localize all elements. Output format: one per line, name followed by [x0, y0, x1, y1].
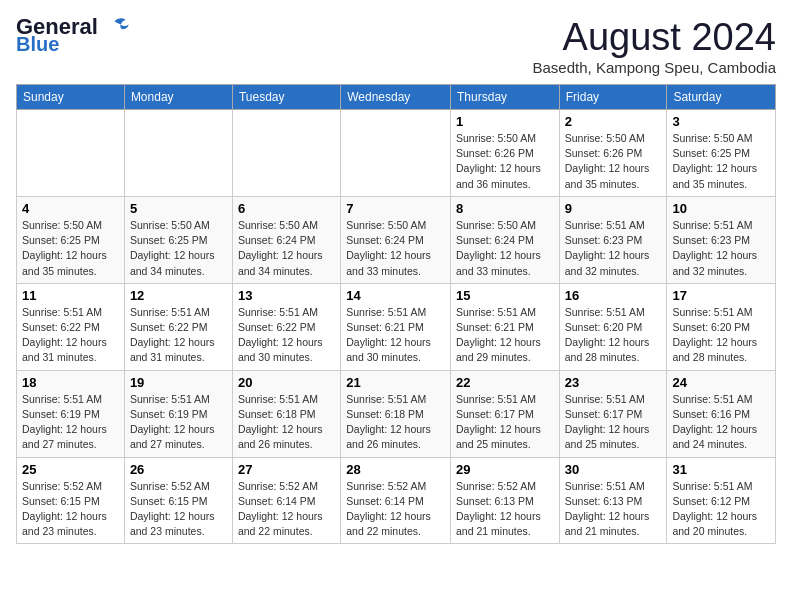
day-number: 27 [238, 462, 335, 477]
day-info: Sunrise: 5:52 AM Sunset: 6:15 PM Dayligh… [130, 479, 227, 540]
weekday-wednesday: Wednesday [341, 85, 451, 110]
weekday-header-row: SundayMondayTuesdayWednesdayThursdayFrid… [17, 85, 776, 110]
week-row-3: 11Sunrise: 5:51 AM Sunset: 6:22 PM Dayli… [17, 283, 776, 370]
calendar-cell: 12Sunrise: 5:51 AM Sunset: 6:22 PM Dayli… [124, 283, 232, 370]
calendar-cell: 28Sunrise: 5:52 AM Sunset: 6:14 PM Dayli… [341, 457, 451, 544]
day-number: 29 [456, 462, 554, 477]
calendar-cell: 18Sunrise: 5:51 AM Sunset: 6:19 PM Dayli… [17, 370, 125, 457]
calendar-cell: 7Sunrise: 5:50 AM Sunset: 6:24 PM Daylig… [341, 196, 451, 283]
day-number: 24 [672, 375, 770, 390]
day-info: Sunrise: 5:51 AM Sunset: 6:21 PM Dayligh… [346, 305, 445, 366]
day-number: 9 [565, 201, 662, 216]
calendar-cell: 23Sunrise: 5:51 AM Sunset: 6:17 PM Dayli… [559, 370, 667, 457]
calendar-cell: 17Sunrise: 5:51 AM Sunset: 6:20 PM Dayli… [667, 283, 776, 370]
calendar-cell: 22Sunrise: 5:51 AM Sunset: 6:17 PM Dayli… [451, 370, 560, 457]
calendar-cell: 5Sunrise: 5:50 AM Sunset: 6:25 PM Daylig… [124, 196, 232, 283]
day-info: Sunrise: 5:52 AM Sunset: 6:15 PM Dayligh… [22, 479, 119, 540]
day-info: Sunrise: 5:50 AM Sunset: 6:26 PM Dayligh… [456, 131, 554, 192]
day-number: 7 [346, 201, 445, 216]
week-row-5: 25Sunrise: 5:52 AM Sunset: 6:15 PM Dayli… [17, 457, 776, 544]
week-row-1: 1Sunrise: 5:50 AM Sunset: 6:26 PM Daylig… [17, 110, 776, 197]
day-info: Sunrise: 5:50 AM Sunset: 6:24 PM Dayligh… [456, 218, 554, 279]
day-number: 19 [130, 375, 227, 390]
day-number: 6 [238, 201, 335, 216]
day-info: Sunrise: 5:51 AM Sunset: 6:23 PM Dayligh… [565, 218, 662, 279]
day-number: 20 [238, 375, 335, 390]
day-info: Sunrise: 5:51 AM Sunset: 6:20 PM Dayligh… [672, 305, 770, 366]
day-info: Sunrise: 5:50 AM Sunset: 6:24 PM Dayligh… [238, 218, 335, 279]
day-info: Sunrise: 5:51 AM Sunset: 6:21 PM Dayligh… [456, 305, 554, 366]
calendar-cell: 10Sunrise: 5:51 AM Sunset: 6:23 PM Dayli… [667, 196, 776, 283]
day-info: Sunrise: 5:51 AM Sunset: 6:13 PM Dayligh… [565, 479, 662, 540]
calendar-cell: 24Sunrise: 5:51 AM Sunset: 6:16 PM Dayli… [667, 370, 776, 457]
weekday-friday: Friday [559, 85, 667, 110]
weekday-tuesday: Tuesday [232, 85, 340, 110]
calendar-cell [17, 110, 125, 197]
day-info: Sunrise: 5:51 AM Sunset: 6:22 PM Dayligh… [130, 305, 227, 366]
week-row-4: 18Sunrise: 5:51 AM Sunset: 6:19 PM Dayli… [17, 370, 776, 457]
calendar-cell: 2Sunrise: 5:50 AM Sunset: 6:26 PM Daylig… [559, 110, 667, 197]
day-info: Sunrise: 5:50 AM Sunset: 6:25 PM Dayligh… [130, 218, 227, 279]
day-info: Sunrise: 5:51 AM Sunset: 6:22 PM Dayligh… [238, 305, 335, 366]
day-info: Sunrise: 5:51 AM Sunset: 6:12 PM Dayligh… [672, 479, 770, 540]
day-number: 15 [456, 288, 554, 303]
day-info: Sunrise: 5:51 AM Sunset: 6:17 PM Dayligh… [456, 392, 554, 453]
calendar-cell [341, 110, 451, 197]
day-info: Sunrise: 5:51 AM Sunset: 6:18 PM Dayligh… [238, 392, 335, 453]
day-number: 21 [346, 375, 445, 390]
day-info: Sunrise: 5:51 AM Sunset: 6:18 PM Dayligh… [346, 392, 445, 453]
calendar-cell: 29Sunrise: 5:52 AM Sunset: 6:13 PM Dayli… [451, 457, 560, 544]
day-number: 17 [672, 288, 770, 303]
calendar-cell: 3Sunrise: 5:50 AM Sunset: 6:25 PM Daylig… [667, 110, 776, 197]
calendar-cell: 8Sunrise: 5:50 AM Sunset: 6:24 PM Daylig… [451, 196, 560, 283]
day-info: Sunrise: 5:51 AM Sunset: 6:23 PM Dayligh… [672, 218, 770, 279]
weekday-saturday: Saturday [667, 85, 776, 110]
calendar-cell: 1Sunrise: 5:50 AM Sunset: 6:26 PM Daylig… [451, 110, 560, 197]
day-number: 3 [672, 114, 770, 129]
day-number: 11 [22, 288, 119, 303]
day-info: Sunrise: 5:51 AM Sunset: 6:19 PM Dayligh… [22, 392, 119, 453]
calendar-table: SundayMondayTuesdayWednesdayThursdayFrid… [16, 84, 776, 544]
day-number: 4 [22, 201, 119, 216]
day-info: Sunrise: 5:51 AM Sunset: 6:20 PM Dayligh… [565, 305, 662, 366]
calendar-cell: 27Sunrise: 5:52 AM Sunset: 6:14 PM Dayli… [232, 457, 340, 544]
day-info: Sunrise: 5:50 AM Sunset: 6:26 PM Dayligh… [565, 131, 662, 192]
day-number: 26 [130, 462, 227, 477]
day-info: Sunrise: 5:51 AM Sunset: 6:22 PM Dayligh… [22, 305, 119, 366]
day-info: Sunrise: 5:50 AM Sunset: 6:24 PM Dayligh… [346, 218, 445, 279]
day-number: 16 [565, 288, 662, 303]
day-number: 1 [456, 114, 554, 129]
day-number: 14 [346, 288, 445, 303]
day-number: 30 [565, 462, 662, 477]
day-info: Sunrise: 5:51 AM Sunset: 6:19 PM Dayligh… [130, 392, 227, 453]
week-row-2: 4Sunrise: 5:50 AM Sunset: 6:25 PM Daylig… [17, 196, 776, 283]
calendar-cell: 9Sunrise: 5:51 AM Sunset: 6:23 PM Daylig… [559, 196, 667, 283]
calendar-cell [232, 110, 340, 197]
calendar-cell: 13Sunrise: 5:51 AM Sunset: 6:22 PM Dayli… [232, 283, 340, 370]
day-number: 2 [565, 114, 662, 129]
calendar-cell: 15Sunrise: 5:51 AM Sunset: 6:21 PM Dayli… [451, 283, 560, 370]
location-subtitle: Basedth, Kampong Speu, Cambodia [533, 59, 777, 76]
day-number: 18 [22, 375, 119, 390]
calendar-cell: 6Sunrise: 5:50 AM Sunset: 6:24 PM Daylig… [232, 196, 340, 283]
day-info: Sunrise: 5:52 AM Sunset: 6:13 PM Dayligh… [456, 479, 554, 540]
calendar-cell: 26Sunrise: 5:52 AM Sunset: 6:15 PM Dayli… [124, 457, 232, 544]
month-title: August 2024 [533, 16, 777, 59]
logo-bird-icon [100, 16, 132, 36]
calendar-cell: 14Sunrise: 5:51 AM Sunset: 6:21 PM Dayli… [341, 283, 451, 370]
day-number: 13 [238, 288, 335, 303]
logo-blue-text: Blue [16, 34, 59, 54]
day-number: 31 [672, 462, 770, 477]
day-number: 12 [130, 288, 227, 303]
calendar-cell: 31Sunrise: 5:51 AM Sunset: 6:12 PM Dayli… [667, 457, 776, 544]
calendar-cell [124, 110, 232, 197]
calendar-cell: 19Sunrise: 5:51 AM Sunset: 6:19 PM Dayli… [124, 370, 232, 457]
day-info: Sunrise: 5:50 AM Sunset: 6:25 PM Dayligh… [22, 218, 119, 279]
day-info: Sunrise: 5:51 AM Sunset: 6:16 PM Dayligh… [672, 392, 770, 453]
calendar-cell: 21Sunrise: 5:51 AM Sunset: 6:18 PM Dayli… [341, 370, 451, 457]
calendar-cell: 16Sunrise: 5:51 AM Sunset: 6:20 PM Dayli… [559, 283, 667, 370]
day-number: 28 [346, 462, 445, 477]
calendar-cell: 20Sunrise: 5:51 AM Sunset: 6:18 PM Dayli… [232, 370, 340, 457]
calendar-cell: 4Sunrise: 5:50 AM Sunset: 6:25 PM Daylig… [17, 196, 125, 283]
day-number: 22 [456, 375, 554, 390]
